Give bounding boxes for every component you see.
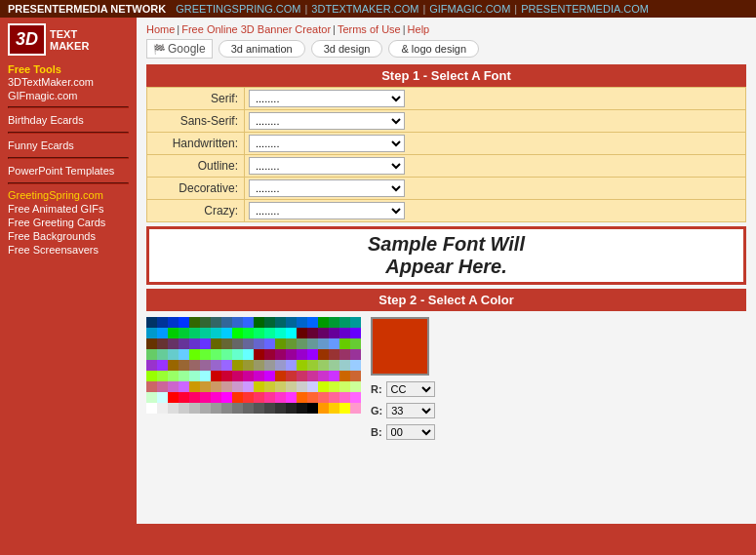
color-cell[interactable] [286, 360, 297, 371]
color-cell[interactable] [221, 392, 232, 403]
color-cell[interactable] [157, 381, 168, 392]
color-cell[interactable] [243, 317, 254, 328]
color-cell[interactable] [221, 317, 232, 328]
nav-link-3dtextmaker[interactable]: 3DTEXTMAKER.COM [311, 3, 418, 15]
nav-home[interactable]: Home [146, 23, 175, 35]
color-cell[interactable] [339, 360, 350, 371]
color-cell[interactable] [318, 328, 329, 338]
color-cell[interactable] [168, 360, 179, 371]
color-cell[interactable] [146, 360, 157, 371]
color-cell[interactable] [297, 360, 307, 371]
color-cell[interactable] [157, 392, 168, 403]
color-cell[interactable] [146, 403, 157, 414]
color-cell[interactable] [200, 349, 211, 360]
color-cell[interactable] [264, 338, 275, 349]
color-cell[interactable] [168, 317, 179, 328]
serif-select[interactable]: ........ [249, 90, 405, 107]
color-cell[interactable] [211, 403, 221, 414]
color-cell[interactable] [179, 360, 189, 371]
color-cell[interactable] [157, 317, 168, 328]
color-cell[interactable] [179, 349, 189, 360]
nav-help[interactable]: Help [408, 23, 430, 35]
color-cell[interactable] [264, 381, 275, 392]
color-cell[interactable] [339, 349, 350, 360]
tab-logo-design[interactable]: & logo design [388, 40, 479, 58]
color-cell[interactable] [297, 371, 307, 381]
color-cell[interactable] [200, 317, 211, 328]
color-cell[interactable] [264, 392, 275, 403]
color-cell[interactable] [307, 392, 318, 403]
color-cell[interactable] [275, 328, 286, 338]
sans-serif-select[interactable]: ........ [249, 112, 405, 130]
sidebar-link-screensavers[interactable]: Free Screensavers [8, 243, 129, 257]
color-cell[interactable] [189, 403, 200, 414]
color-cell[interactable] [168, 349, 179, 360]
color-cell[interactable] [318, 392, 329, 403]
color-cell[interactable] [232, 403, 243, 414]
color-cell[interactable] [221, 371, 232, 381]
color-cell[interactable] [157, 328, 168, 338]
r-select[interactable]: FFEEDDCCBBAA99887766554433221100 [386, 381, 435, 397]
color-cell[interactable] [339, 403, 350, 414]
color-cell[interactable] [297, 392, 307, 403]
color-cell[interactable] [232, 338, 243, 349]
color-cell[interactable] [189, 392, 200, 403]
color-cell[interactable] [211, 317, 221, 328]
color-cell[interactable] [221, 403, 232, 414]
color-cell[interactable] [254, 328, 264, 338]
color-cell[interactable] [297, 349, 307, 360]
color-cell[interactable] [200, 403, 211, 414]
color-cell[interactable] [200, 360, 211, 371]
color-cell[interactable] [221, 349, 232, 360]
color-cell[interactable] [286, 403, 297, 414]
color-cell[interactable] [254, 317, 264, 328]
color-cell[interactable] [254, 349, 264, 360]
color-cell[interactable] [146, 328, 157, 338]
color-cell[interactable] [221, 381, 232, 392]
color-cell[interactable] [254, 360, 264, 371]
color-cell[interactable] [211, 360, 221, 371]
color-cell[interactable] [211, 349, 221, 360]
color-cell[interactable] [243, 403, 254, 414]
color-cell[interactable] [275, 338, 286, 349]
color-cell[interactable] [297, 338, 307, 349]
sidebar-birthday-ecards[interactable]: Birthday Ecards [8, 112, 129, 128]
color-cell[interactable] [329, 371, 339, 381]
color-cell[interactable] [179, 317, 189, 328]
google-search-box[interactable]: 🏁 Google [146, 39, 213, 59]
color-cell[interactable] [157, 360, 168, 371]
color-cell[interactable] [329, 328, 339, 338]
color-cell[interactable] [329, 317, 339, 328]
color-cell[interactable] [200, 371, 211, 381]
color-cell[interactable] [179, 392, 189, 403]
color-cell[interactable] [243, 381, 254, 392]
color-cell[interactable] [232, 381, 243, 392]
color-cell[interactable] [339, 317, 350, 328]
color-cell[interactable] [275, 403, 286, 414]
color-cell[interactable] [254, 338, 264, 349]
color-cell[interactable] [254, 371, 264, 381]
color-cell[interactable] [243, 338, 254, 349]
color-cell[interactable] [275, 381, 286, 392]
color-cell[interactable] [286, 338, 297, 349]
color-cell[interactable] [350, 392, 361, 403]
tab-3d-animation[interactable]: 3d animation [219, 40, 305, 58]
color-cell[interactable] [286, 371, 297, 381]
color-cell[interactable] [318, 381, 329, 392]
color-cell[interactable] [232, 371, 243, 381]
color-cell[interactable] [329, 381, 339, 392]
color-cell[interactable] [179, 403, 189, 414]
color-cell[interactable] [189, 317, 200, 328]
color-cell[interactable] [200, 328, 211, 338]
color-cell[interactable] [350, 317, 361, 328]
sidebar-link-backgrounds[interactable]: Free Backgrounds [8, 229, 129, 243]
color-cell[interactable] [275, 371, 286, 381]
color-cell[interactable] [264, 328, 275, 338]
color-cell[interactable] [339, 392, 350, 403]
color-cell[interactable] [157, 403, 168, 414]
color-cell[interactable] [168, 403, 179, 414]
decorative-select[interactable]: ........ [249, 179, 405, 197]
color-cell[interactable] [146, 349, 157, 360]
color-cell[interactable] [168, 392, 179, 403]
color-cell[interactable] [286, 328, 297, 338]
